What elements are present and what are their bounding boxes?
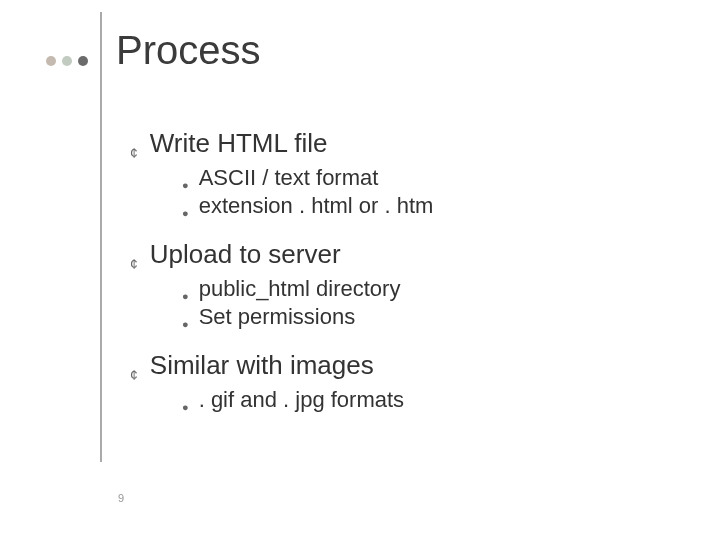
page-number: 9 — [118, 492, 124, 504]
dot-icon — [78, 56, 88, 66]
bullet-level2: ● extension . html or . htm — [182, 193, 650, 219]
bullet-text: Set permissions — [199, 304, 356, 330]
disc-bullet-icon: ● — [182, 319, 189, 330]
bullet-level1: ¢ Write HTML file — [130, 128, 650, 159]
bullet-level2: ● ASCII / text format — [182, 165, 650, 191]
disc-bullet-icon: ● — [182, 208, 189, 219]
ring-bullet-icon: ¢ — [130, 257, 138, 271]
bullet-group: ¢ Similar with images ● . gif and . jpg … — [130, 350, 650, 413]
bullet-group: ¢ Write HTML file ● ASCII / text format … — [130, 128, 650, 219]
ring-bullet-icon: ¢ — [130, 368, 138, 382]
bullet-text: . gif and . jpg formats — [199, 387, 404, 413]
disc-bullet-icon: ● — [182, 402, 189, 413]
bullet-level2: ● Set permissions — [182, 304, 650, 330]
slide-title: Process — [116, 28, 261, 73]
bullet-level2: ● public_html directory — [182, 276, 650, 302]
bullet-group: ¢ Upload to server ● public_html directo… — [130, 239, 650, 330]
bullet-text: Similar with images — [150, 350, 374, 381]
disc-bullet-icon: ● — [182, 180, 189, 191]
bullet-text: Upload to server — [150, 239, 341, 270]
vertical-divider — [100, 12, 102, 462]
bullet-level1: ¢ Upload to server — [130, 239, 650, 270]
bullet-text: extension . html or . htm — [199, 193, 434, 219]
decorative-dots — [46, 56, 88, 66]
disc-bullet-icon: ● — [182, 291, 189, 302]
bullet-level1: ¢ Similar with images — [130, 350, 650, 381]
slide-content: ¢ Write HTML file ● ASCII / text format … — [130, 128, 650, 433]
dot-icon — [62, 56, 72, 66]
bullet-text: public_html directory — [199, 276, 401, 302]
ring-bullet-icon: ¢ — [130, 146, 138, 160]
bullet-text: Write HTML file — [150, 128, 328, 159]
dot-icon — [46, 56, 56, 66]
bullet-level2: ● . gif and . jpg formats — [182, 387, 650, 413]
slide: Process ¢ Write HTML file ● ASCII / text… — [0, 0, 720, 540]
bullet-text: ASCII / text format — [199, 165, 379, 191]
